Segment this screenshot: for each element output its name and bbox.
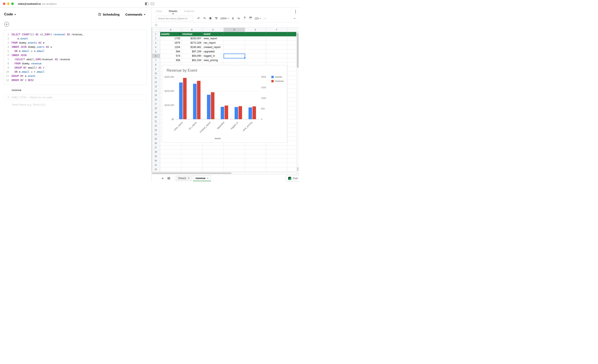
sheet-tab-dropdown-icon[interactable] xyxy=(188,178,189,179)
cell-G6[interactable] xyxy=(287,54,296,58)
row-header-17[interactable]: 17 xyxy=(151,102,160,106)
cell-F6[interactable] xyxy=(266,54,287,58)
cell-A1[interactable]: events xyxy=(160,32,181,36)
row-header-18[interactable]: 18 xyxy=(151,106,160,110)
more-toolbar-button[interactable]: ⋯ xyxy=(262,16,268,21)
cell-A5[interactable]: 584 xyxy=(160,50,181,54)
cell-G13[interactable] xyxy=(287,84,296,89)
cell-G26[interactable] xyxy=(287,141,296,145)
cell-F2[interactable] xyxy=(266,36,287,41)
cell-A32[interactable] xyxy=(160,167,181,172)
row-header-23[interactable]: 23 xyxy=(151,128,160,132)
horizontal-split-icon[interactable] xyxy=(151,2,154,5)
cell-C28[interactable] xyxy=(203,150,224,154)
horizontal-scrollbar-thumb[interactable] xyxy=(152,173,232,174)
row-header-31[interactable]: 31 xyxy=(151,163,160,167)
format-currency-button[interactable]: $ xyxy=(230,16,236,21)
commands-menu[interactable]: Commands xyxy=(125,13,145,16)
cell-B1[interactable]: revenue xyxy=(181,32,203,36)
sheet-tab-revenue[interactable]: revenue xyxy=(193,175,211,181)
row-header-11[interactable]: 11 xyxy=(151,76,160,80)
row-header-5[interactable]: 5 xyxy=(151,50,160,54)
cell-A4[interactable]: 1154 xyxy=(160,45,181,50)
cell-F7[interactable] xyxy=(266,58,287,63)
cell-C4[interactable]: created_report xyxy=(203,45,224,50)
cell-G25[interactable] xyxy=(287,137,296,141)
column-header-A[interactable]: A xyxy=(160,28,181,32)
cell-C1[interactable]: event xyxy=(203,32,224,36)
cell-G17[interactable] xyxy=(287,102,296,106)
column-header-E[interactable]: E xyxy=(245,28,266,32)
row-header-27[interactable]: 27 xyxy=(151,145,160,150)
cell-G2[interactable] xyxy=(287,36,296,41)
code-menu[interactable]: Code xyxy=(4,12,16,17)
kebab-menu-icon[interactable] xyxy=(295,9,297,14)
cell-E30[interactable] xyxy=(245,158,266,163)
scroll-up-arrow-icon[interactable] xyxy=(297,167,299,168)
cell-G4[interactable] xyxy=(287,45,296,50)
cell-A27[interactable] xyxy=(160,145,181,150)
cell-G10[interactable] xyxy=(287,71,296,76)
cell-E2[interactable] xyxy=(245,36,266,41)
number-format-menu[interactable]: 123 xyxy=(254,16,262,21)
cell-C30[interactable] xyxy=(203,158,224,163)
row-header-21[interactable]: 21 xyxy=(151,119,160,124)
row-header-9[interactable]: 9 xyxy=(151,67,160,71)
sheet-name-input[interactable] xyxy=(12,103,86,106)
cell-E5[interactable] xyxy=(245,50,266,54)
scroll-down-arrow-icon[interactable] xyxy=(297,170,299,171)
cell-F27[interactable] xyxy=(266,145,287,150)
cell-B28[interactable] xyxy=(181,150,203,154)
cell-F30[interactable] xyxy=(266,158,287,163)
row-header-13[interactable]: 13 xyxy=(151,84,160,89)
cell-B27[interactable] xyxy=(181,145,203,150)
cell-B2[interactable]: $293,007 xyxy=(181,36,203,41)
cell-D7[interactable] xyxy=(224,58,245,63)
cell-A2[interactable]: 1735 xyxy=(160,36,181,41)
cell-B29[interactable] xyxy=(181,154,203,158)
cell-F3[interactable] xyxy=(266,41,287,45)
add-cell-button[interactable]: + xyxy=(4,22,9,27)
cell-B5[interactable]: $97,159 xyxy=(181,50,203,54)
row-header-8[interactable]: 8 xyxy=(151,63,160,67)
run-code-editor[interactable]: 1 xyxy=(4,94,147,100)
cell-F29[interactable] xyxy=(266,154,287,158)
row-header-7[interactable]: 7 xyxy=(151,58,160,63)
cell-A31[interactable] xyxy=(160,163,181,167)
cell-B6[interactable]: $93,090 xyxy=(181,54,203,58)
maximize-window-button[interactable] xyxy=(11,2,14,5)
cell-E4[interactable] xyxy=(245,45,266,50)
zoom-select[interactable]: 100% xyxy=(219,16,230,21)
cell-A3[interactable]: 1675 xyxy=(160,41,181,45)
cell-A6[interactable]: 574 xyxy=(160,54,181,58)
row-header-19[interactable]: 19 xyxy=(151,110,160,115)
cell-E28[interactable] xyxy=(245,150,266,154)
row-header-1[interactable]: 1 xyxy=(151,32,160,36)
cell-F4[interactable] xyxy=(266,45,287,50)
cell-G23[interactable] xyxy=(287,128,296,132)
cell-B30[interactable] xyxy=(181,158,203,163)
cell-D1[interactable] xyxy=(224,32,245,36)
row-header-4[interactable]: 4 xyxy=(151,45,160,50)
cell-G20[interactable] xyxy=(287,115,296,119)
all-sheets-menu-icon[interactable] xyxy=(167,177,170,179)
scheduling-button[interactable]: Scheduling xyxy=(98,13,119,16)
collapse-toolbar-button[interactable] xyxy=(293,17,296,20)
cell-D31[interactable] xyxy=(224,163,245,167)
cell-C3[interactable]: ran_report xyxy=(203,41,224,45)
cell-G24[interactable] xyxy=(287,132,296,137)
cell-G3[interactable] xyxy=(287,41,296,45)
cell-G22[interactable] xyxy=(287,124,296,128)
panel-tab-data[interactable]: Data xyxy=(156,9,162,13)
cell-F5[interactable] xyxy=(266,50,287,54)
cell-G28[interactable] xyxy=(287,150,296,154)
cell-G31[interactable] xyxy=(287,163,296,167)
row-header-32[interactable]: 32 xyxy=(151,167,160,172)
row-header-14[interactable]: 14 xyxy=(151,89,160,93)
cell-D28[interactable] xyxy=(224,150,245,154)
cell-E3[interactable] xyxy=(245,41,266,45)
row-header-16[interactable]: 16 xyxy=(151,98,160,102)
print-button[interactable] xyxy=(208,16,213,21)
panel-tab-explorer[interactable]: Explorer xyxy=(184,9,194,13)
row-header-30[interactable]: 30 xyxy=(151,158,160,163)
